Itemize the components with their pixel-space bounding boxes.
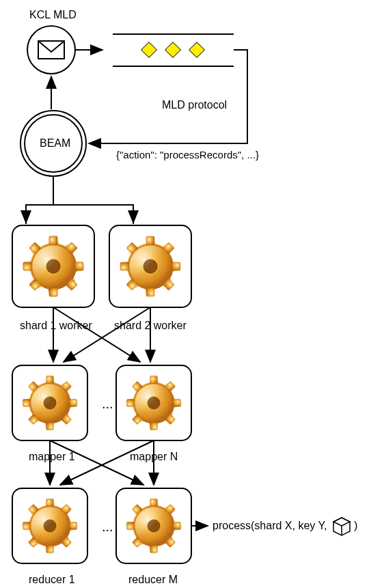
svg-text:...: ... [102,519,113,534]
process-call: process(shard X, key Y, [213,520,327,532]
protocol-label: MLD protocol [162,99,227,111]
svg-rect-18 [141,42,157,58]
svg-rect-19 [165,42,181,58]
beam-label: BEAM [40,137,70,150]
svg-rect-20 [189,42,205,58]
shard2-label: shard 2 worker [114,320,187,332]
shard1-label: shard 1 worker [20,320,92,332]
svg-line-29 [53,307,140,362]
svg-text:...: ... [102,396,113,411]
svg-line-31 [64,307,150,362]
action-json: {"action": "processRecords", ...} [116,149,259,160]
process-close: ) [354,520,357,532]
title: KCL MLD [29,9,77,21]
reducer1-label: reducer 1 [29,574,75,586]
reducerM-label: reducer M [128,574,178,586]
mapper1-label: mapper 1 [29,451,75,463]
mapperN-label: mapper N [130,451,178,463]
